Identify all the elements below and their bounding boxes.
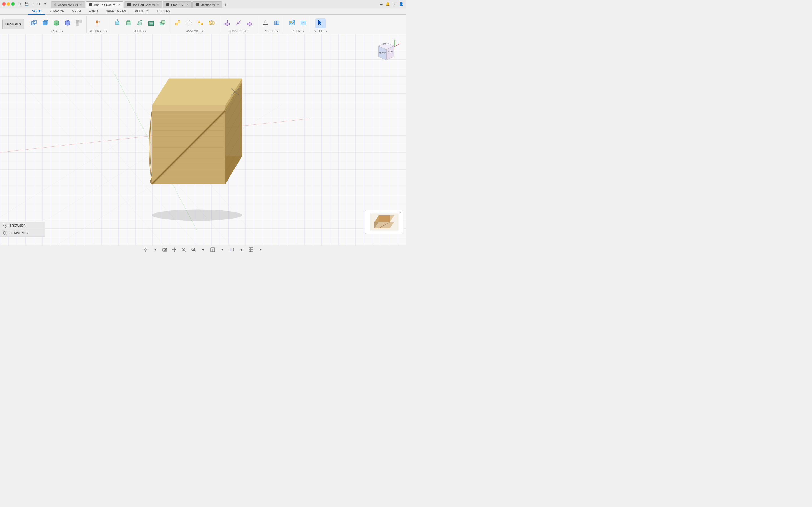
- status-arrow-icon[interactable]: ▾: [152, 246, 158, 252]
- insert-image-button[interactable]: [287, 18, 297, 29]
- canvas-area[interactable]: X Z TOP FRONT RIGHT ✕: [0, 34, 406, 245]
- assemble-label[interactable]: ASSEMBLE ▾: [186, 30, 204, 33]
- tab-plastic[interactable]: PLASTIC: [131, 8, 152, 15]
- insert-svg-button[interactable]: [298, 18, 308, 29]
- zoom-arrow-icon[interactable]: ▾: [200, 246, 206, 252]
- design-button[interactable]: DESIGN ▾: [2, 19, 24, 29]
- view-icon[interactable]: [229, 246, 235, 252]
- push-pull-button[interactable]: [112, 18, 122, 29]
- axis-button[interactable]: [234, 18, 244, 29]
- tab-mesh[interactable]: MESH: [68, 8, 85, 15]
- new-component-button[interactable]: [29, 18, 39, 29]
- tab-close-stool[interactable]: ✕: [186, 3, 189, 6]
- toolbar-icons: ⊞ 💾 ↩ ↪ ▾: [18, 2, 47, 6]
- redo-icon[interactable]: ↪: [37, 2, 41, 6]
- assemble-icons: [173, 16, 217, 30]
- layout-icon[interactable]: [248, 246, 254, 252]
- joint-button[interactable]: [173, 18, 183, 29]
- inspect-label[interactable]: INSPECT ▾: [264, 30, 278, 33]
- move-button[interactable]: [184, 18, 194, 29]
- tab-icon: ⚙: [54, 3, 57, 6]
- revolve-button[interactable]: [135, 18, 145, 29]
- create-label[interactable]: CREATE ▾: [50, 30, 63, 33]
- cylinder-button[interactable]: [51, 18, 61, 29]
- section-analysis-button[interactable]: [271, 18, 282, 29]
- align-button[interactable]: [195, 18, 206, 29]
- combine-button[interactable]: [157, 18, 167, 29]
- construct-label[interactable]: CONSTRUCT ▾: [229, 30, 248, 33]
- view-cube[interactable]: X Z TOP FRONT RIGHT: [372, 40, 400, 68]
- pattern-button[interactable]: [74, 18, 84, 29]
- modify-label[interactable]: MODIFY ▾: [133, 30, 146, 33]
- tab-form[interactable]: FORM: [85, 8, 102, 15]
- more-icon[interactable]: ▾: [43, 2, 47, 6]
- svg-rect-5: [43, 22, 46, 25]
- svg-marker-106: [175, 249, 176, 250]
- browser-item[interactable]: + BROWSER: [0, 222, 45, 229]
- tab-assembly[interactable]: ⚙ Assembly 1 v1 ✕: [51, 1, 85, 8]
- tab-top-half-seat[interactable]: ⬛ Top Half-Seat v1 ✕: [124, 1, 162, 8]
- combine-icon: [159, 19, 166, 27]
- cloud-icon[interactable]: ☁: [378, 1, 384, 6]
- toolbar-group-select: SELECT ▾: [312, 16, 329, 33]
- automate-button[interactable]: [93, 18, 103, 29]
- extrude-button[interactable]: [123, 18, 134, 29]
- toolbar-group-assemble: ASSEMBLE ▾: [170, 16, 219, 33]
- tab-close-bot[interactable]: ✕: [118, 3, 120, 6]
- pan-icon[interactable]: [171, 246, 177, 252]
- tab-surface[interactable]: SURFACE: [45, 8, 68, 15]
- tab-utilities[interactable]: UTILITIES: [152, 8, 174, 15]
- point-button[interactable]: [245, 18, 255, 29]
- minimize-window-button[interactable]: [7, 2, 10, 6]
- zoom-out-icon[interactable]: [190, 246, 197, 252]
- measure-button[interactable]: [260, 18, 270, 29]
- insert-label[interactable]: INSERT ▾: [292, 30, 304, 33]
- tab-stool[interactable]: ⬛ Stool 4 v1 ✕: [163, 1, 192, 8]
- svg-rect-19: [128, 20, 130, 22]
- shell-button[interactable]: [146, 18, 156, 29]
- question-icon[interactable]: ?: [392, 1, 397, 6]
- automate-label[interactable]: AUTOMATE ▾: [89, 30, 107, 33]
- measure-icon: [262, 19, 269, 27]
- view-arrow-icon[interactable]: ▾: [238, 246, 245, 252]
- mini-preview-close-button[interactable]: ✕: [400, 211, 402, 214]
- toolbar-group-construct: CONSTRUCT ▾: [220, 16, 257, 33]
- status-bar: ▾: [0, 245, 406, 253]
- display-settings-icon[interactable]: [209, 246, 216, 252]
- sphere-button[interactable]: [63, 18, 73, 29]
- apps-icon[interactable]: ⊞: [18, 2, 22, 6]
- svg-rect-120: [251, 247, 253, 249]
- close-window-button[interactable]: [2, 2, 6, 6]
- plane-button[interactable]: [222, 18, 232, 29]
- mirror-button[interactable]: [207, 18, 217, 29]
- tab-sheet-metal[interactable]: SHEET METAL: [102, 8, 131, 15]
- zoom-in-icon[interactable]: [181, 246, 187, 252]
- toolbar-group-insert: INSERT ▾: [285, 16, 311, 33]
- grid-snap-icon[interactable]: [142, 246, 149, 252]
- tab-close-top[interactable]: ✕: [157, 3, 159, 6]
- save-icon[interactable]: 💾: [24, 2, 29, 6]
- bell-icon[interactable]: 🔔: [385, 1, 390, 6]
- svg-text:FRONT: FRONT: [379, 52, 386, 54]
- comments-item[interactable]: + COMMENTS: [0, 229, 45, 237]
- select-button[interactable]: [315, 18, 326, 29]
- tab-untitled[interactable]: ⬛ Untitled v1 ✕: [192, 1, 222, 8]
- new-tab-button[interactable]: +: [223, 2, 229, 8]
- tab-close-assembly[interactable]: ✕: [80, 3, 82, 6]
- box-button[interactable]: [40, 18, 50, 29]
- display-arrow-icon[interactable]: ▾: [219, 246, 225, 252]
- undo-icon[interactable]: ↩: [31, 2, 35, 6]
- tab-close-untitled[interactable]: ✕: [217, 3, 219, 6]
- user-icon[interactable]: 👤: [399, 1, 404, 6]
- select-label[interactable]: SELECT ▾: [314, 30, 327, 33]
- svg-rect-24: [161, 20, 165, 23]
- maximize-window-button[interactable]: [11, 2, 15, 6]
- svg-rect-119: [249, 247, 251, 249]
- traffic-lights: [2, 2, 15, 6]
- tab-solid[interactable]: SOLID: [28, 8, 45, 15]
- tab-bot-half-seat[interactable]: ⬛ Bot Half-Seat v1 ✕: [86, 1, 123, 8]
- toolbar-area: SOLID SURFACE MESH FORM SHEET METAL PLAS…: [0, 8, 406, 34]
- 3d-model: [138, 49, 256, 223]
- camera-icon[interactable]: [161, 246, 168, 252]
- layout-arrow-icon[interactable]: ▾: [257, 246, 264, 252]
